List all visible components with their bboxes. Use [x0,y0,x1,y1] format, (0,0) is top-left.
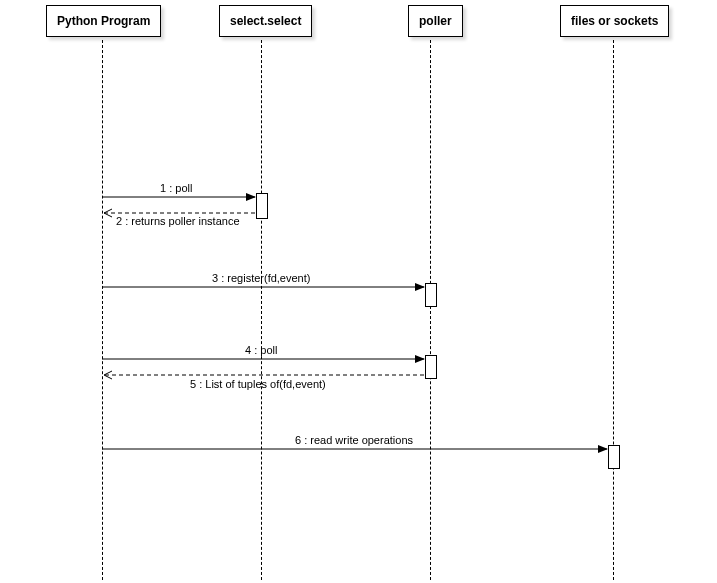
participant-label: select.select [230,14,301,28]
participant-label: files or sockets [571,14,658,28]
activation-select [256,193,268,219]
participant-label: poller [419,14,452,28]
activation-poller-poll [425,355,437,379]
lifeline-poller [430,40,431,580]
arrows-layer [0,0,717,583]
message-4-label: 4 : poll [245,344,277,356]
activation-files [608,445,620,469]
participant-files-sockets: files or sockets [560,5,669,37]
message-2-label: 2 : returns poller instance [116,215,240,227]
participant-select-select: select.select [219,5,312,37]
message-5-label: 5 : List of tuples of(fd,event) [190,378,326,390]
lifeline-python-program [102,40,103,580]
message-6-label: 6 : read write operations [295,434,413,446]
activation-poller-register [425,283,437,307]
message-3-label: 3 : register(fd,event) [212,272,310,284]
lifeline-files-sockets [613,40,614,580]
participant-poller: poller [408,5,463,37]
participant-python-program: Python Program [46,5,161,37]
message-1-label: 1 : poll [160,182,192,194]
participant-label: Python Program [57,14,150,28]
lifeline-select-select [261,40,262,580]
